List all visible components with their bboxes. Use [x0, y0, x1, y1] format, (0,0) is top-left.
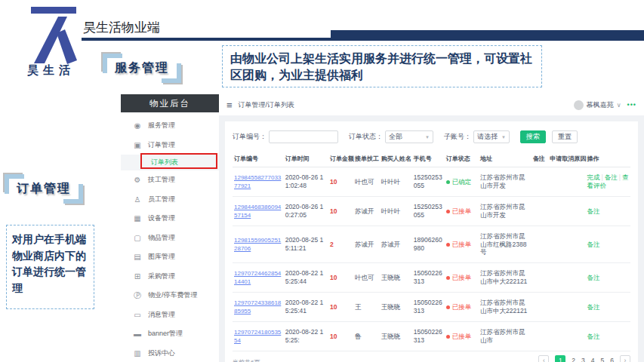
sidebar-item-message[interactable]: ▭消息管理: [121, 305, 219, 325]
sidebar-item-service[interactable]: ◉服务管理: [121, 116, 219, 136]
sidebar-item-device[interactable]: ▦设备管理: [121, 209, 219, 229]
avatar[interactable]: [574, 100, 584, 110]
status-dot: [446, 305, 450, 309]
brand-name: 昊生活: [27, 63, 75, 78]
sidebar-item-technician[interactable]: ⚙技工管理: [121, 170, 219, 190]
breadcrumb: 订单管理/订单列表: [239, 100, 295, 110]
username[interactable]: 慕枫嘉苑: [587, 100, 614, 110]
status-select[interactable]: 全部 ▼: [385, 130, 433, 143]
order-id-link[interactable]: 1298446838609457154: [234, 204, 281, 219]
status-dot: [446, 210, 450, 213]
sidebar-menu: ◉服务管理 ▣订单管理 订单列表 ⚙技工管理 ♙员工管理 ▦设备管理 ▢物品管理…: [121, 112, 219, 362]
order-no-label: 订单编号：: [233, 132, 267, 142]
remark-action-link[interactable]: 备注: [587, 333, 599, 340]
section-label-service: 服务管理: [115, 60, 169, 76]
person-icon: ♙: [133, 195, 142, 204]
sidebar-item-parking-fee[interactable]: Ⓟ物业/停车费管理: [121, 286, 219, 305]
status-badge: 已接单: [452, 207, 472, 215]
status-badge: 已接单: [452, 274, 472, 281]
image-icon: ▤: [133, 253, 142, 261]
table-header-row: 订单编号 订单时间 订单金额 接单技工 购买人姓名 手机号 订单状态 地址 备注…: [233, 151, 630, 167]
table-row: 1298455827703377921 2020-08-26 11:02:48 …: [233, 167, 630, 197]
status-dot: [446, 243, 450, 247]
message-icon: ▭: [133, 311, 142, 319]
order-id-link[interactable]: 1298155990525128706: [234, 237, 281, 252]
box-icon: ▢: [133, 234, 142, 242]
sidebar-item-purchase[interactable]: ⊞采购管理: [121, 267, 219, 287]
status-dot: [446, 180, 450, 184]
search-button[interactable]: 搜索: [520, 130, 546, 143]
remark-action-link[interactable]: 备注: [587, 207, 599, 215]
device-icon: ▦: [133, 214, 142, 222]
page-5[interactable]: 5: [601, 357, 605, 362]
table-row: 1297072418053554 2020-08-22 15:25: 10 鲁 …: [233, 321, 630, 351]
status-dot: [446, 335, 450, 339]
complete-action-link[interactable]: 完成: [587, 173, 599, 181]
page-3[interactable]: 3: [581, 357, 585, 362]
status-badge: 已接单: [452, 333, 472, 340]
order-id-link[interactable]: 1298455827703377921: [234, 174, 281, 189]
sidebar-title: 物业后台: [121, 94, 219, 112]
order-icon: ▣: [133, 141, 142, 149]
table-row: 1298446838609457154 2020-08-26 10:27:05 …: [233, 197, 630, 226]
sidebar-item-gallery[interactable]: ▤图库管理: [121, 247, 219, 267]
page-4[interactable]: 4: [591, 357, 595, 362]
reset-button[interactable]: 重置: [552, 130, 578, 143]
more-options-icon[interactable]: •••: [627, 101, 636, 109]
service-icon: ◉: [133, 121, 142, 130]
parking-icon: Ⓟ: [133, 290, 142, 301]
top-navbar: ≡ 订单管理/订单列表 慕枫嘉苑 ∨ •••: [219, 94, 644, 115]
caret-down-icon: ▼: [425, 135, 430, 140]
table-row: 1298155990525128706 2020-08-25 15:11:21 …: [233, 226, 630, 263]
orders-table: 订单编号 订单时间 订单金额 接单技工 购买人姓名 手机号 订单状态 地址 备注…: [233, 151, 630, 351]
sidebar-item-order-list[interactable]: 订单列表: [121, 155, 219, 170]
table-row: 1297072433861885955 2020-08-22 15:25:41 …: [233, 292, 630, 321]
total-note: 当前共6页: [233, 358, 260, 362]
gear-icon: ⚙: [133, 176, 142, 184]
next-page-button[interactable]: ›: [620, 355, 630, 362]
page-6[interactable]: 6: [610, 357, 614, 362]
admin-screenshot: 物业后台 ◉服务管理 ▣订单管理 订单列表 ⚙技工管理 ♙员工管理 ▦设备管理 …: [121, 94, 644, 362]
callout-order-description: 对用户在手机端物业商店内下的订单进行统一管理: [6, 225, 94, 309]
order-id-link[interactable]: 1297072446285414401: [234, 270, 281, 285]
sidebar-item-banner[interactable]: ▬banner管理: [121, 324, 219, 344]
sub-account-label: 子账号：: [444, 132, 471, 142]
sidebar-item-complaint[interactable]: ▥投诉中心: [121, 344, 219, 362]
prev-page-button[interactable]: ‹: [538, 355, 549, 362]
order-list-panel: 订单编号： 订单状态： 全部 ▼ 子账号： 请选择 ▼ 搜索 重置: [225, 121, 638, 362]
order-no-input[interactable]: [269, 130, 338, 143]
status-badge: 已接单: [452, 241, 472, 248]
table-row: 1297072446285414401 2020-08-22 15:25:44 …: [233, 262, 630, 292]
remark-action-link[interactable]: 备注: [587, 303, 599, 311]
main-content: ≡ 订单管理/订单列表 慕枫嘉苑 ∨ ••• 订单编号： 订单状态： 全部 ▼ …: [219, 94, 644, 362]
sidebar-item-goods[interactable]: ▢物品管理: [121, 229, 219, 248]
status-dot: [446, 276, 450, 280]
order-id-link[interactable]: 1297072418053554: [234, 329, 281, 344]
sidebar-item-order[interactable]: ▣订单管理: [121, 136, 219, 155]
section-label-order: 订单管理: [17, 181, 71, 197]
banner-icon: ▬: [133, 330, 142, 338]
remark-action-link[interactable]: 备注: [605, 173, 618, 181]
callout-service-description: 由物业公司上架生活实用服务并进行统一管理，可设置社区团购，为业主提供福利: [222, 45, 542, 87]
page-1[interactable]: 1: [555, 355, 565, 362]
chevron-down-icon[interactable]: ∨: [617, 102, 621, 109]
product-title: 昊生活物业端: [80, 15, 331, 38]
order-id-link[interactable]: 1297072433861885955: [234, 299, 281, 314]
complaint-icon: ▥: [133, 349, 142, 357]
status-badge: 已确定: [452, 178, 472, 186]
status-badge: 已接单: [452, 303, 472, 311]
caret-down-icon: ▼: [501, 135, 506, 140]
sub-account-select[interactable]: 请选择 ▼: [473, 130, 510, 143]
remark-action-link[interactable]: 备注: [587, 274, 599, 281]
calendar-icon: ⊞: [133, 272, 142, 281]
sidebar: 物业后台 ◉服务管理 ▣订单管理 订单列表 ⚙技工管理 ♙员工管理 ▦设备管理 …: [121, 94, 219, 362]
page-2[interactable]: 2: [572, 357, 575, 362]
brand-logo-cloud-icon: [29, 6, 82, 65]
filter-bar: 订单编号： 订单状态： 全部 ▼ 子账号： 请选择 ▼ 搜索 重置: [233, 130, 630, 143]
remark-action-link[interactable]: 备注: [587, 241, 599, 248]
status-label: 订单状态：: [349, 132, 383, 142]
pagination: ‹ 1 2 3 4 5 6 ›: [233, 355, 630, 362]
sidebar-item-staff[interactable]: ♙员工管理: [121, 190, 219, 210]
hamburger-icon[interactable]: ≡: [226, 100, 233, 111]
